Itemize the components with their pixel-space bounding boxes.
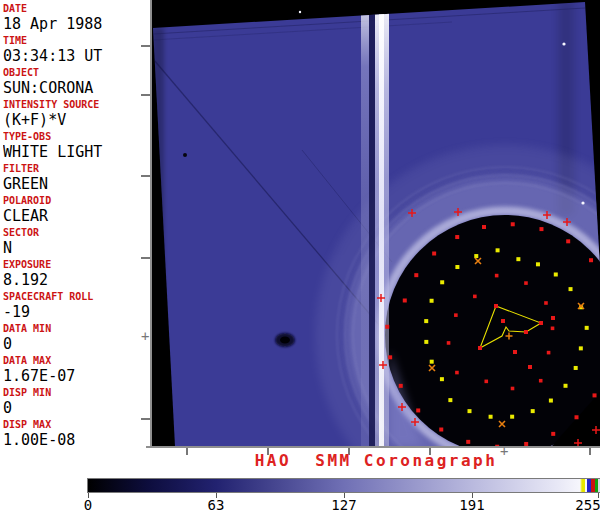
metadata-label: FILTER [3,162,149,175]
metadata-label: DISP MIN [3,386,149,399]
metadata-label: POLAROID [3,194,149,207]
left-border-tick [141,257,150,259]
metadata-entry: DATE18 Apr 1988 [3,2,149,34]
metadata-label: EXPOSURE [3,258,149,271]
metadata-value: SUN:CORONA [3,79,149,97]
metadata-value: (K+F)*V [3,111,149,129]
metadata-value: GREEN [3,175,149,193]
metadata-entry: TIME03:34:13 UT [3,34,149,66]
left-border-tick [141,418,150,420]
metadata-value: 03:34:13 UT [3,47,149,65]
metadata-label: DATA MIN [3,322,149,335]
left-border-tick [141,94,150,96]
metadata-value: CLEAR [3,207,149,225]
metadata-value: WHITE LIGHT [3,143,149,161]
metadata-label: DATE [3,2,149,15]
metadata-entry: FILTERGREEN [3,162,149,194]
image-left-border [150,0,152,448]
metadata-panel: DATE18 Apr 1988TIME03:34:13 UTOBJECTSUN:… [3,2,149,450]
metadata-label: SPACECRAFT ROLL [3,290,149,303]
metadata-value: 18 Apr 1988 [3,15,149,33]
image-area [152,0,600,446]
colorbar-tick-label: 63 [208,497,225,512]
colorbar-tick-label: 191 [459,497,484,512]
metadata-entry: DISP MIN0 [3,386,149,418]
intensity-colorbar [87,478,600,493]
metadata-entry: DATA MIN0 [3,322,149,354]
colorbar-tick-label: 255 [575,497,600,512]
metadata-entry: DATA MAX1.67E-07 [3,354,149,386]
metadata-label: OBJECT [3,66,149,79]
colorbar-tick-label: 0 [84,497,92,512]
metadata-value: 8.192 [3,271,149,289]
metadata-entry: INTENSITY SOURCE(K+F)*V [3,98,149,130]
left-border-plus-mark: + [141,329,149,343]
metadata-entry: TYPE-OBSWHITE LIGHT [3,130,149,162]
metadata-entry: EXPOSURE8.192 [3,258,149,290]
metadata-value: -19 [3,303,149,321]
image-bottom-border [146,446,600,448]
left-border-tick [141,45,150,47]
coronagraph-viewer-window: DATE18 Apr 1988TIME03:34:13 UTOBJECTSUN:… [0,0,600,512]
coronagraph-image [152,0,600,446]
metadata-entry: POLAROIDCLEAR [3,194,149,226]
metadata-value: 0 [3,335,149,353]
metadata-value: 0 [3,399,149,417]
metadata-value: 1.00E-08 [3,431,149,449]
metadata-label: TYPE-OBS [3,130,149,143]
metadata-entry: SPACECRAFT ROLL-19 [3,290,149,322]
metadata-label: DISP MAX [3,418,149,431]
metadata-label: INTENSITY SOURCE [3,98,149,111]
metadata-label: SECTOR [3,226,149,239]
left-border-tick [141,175,150,177]
metadata-value: N [3,239,149,257]
metadata-entry: OBJECTSUN:CORONA [3,66,149,98]
metadata-entry: DISP MAX1.00E-08 [3,418,149,450]
metadata-entry: SECTORN [3,226,149,258]
metadata-label: DATA MAX [3,354,149,367]
metadata-label: TIME [3,34,149,47]
colorbar-tick-label: 127 [331,497,356,512]
metadata-value: 1.67E-07 [3,367,149,385]
image-title: HAO SMM Coronagraph [152,451,600,470]
